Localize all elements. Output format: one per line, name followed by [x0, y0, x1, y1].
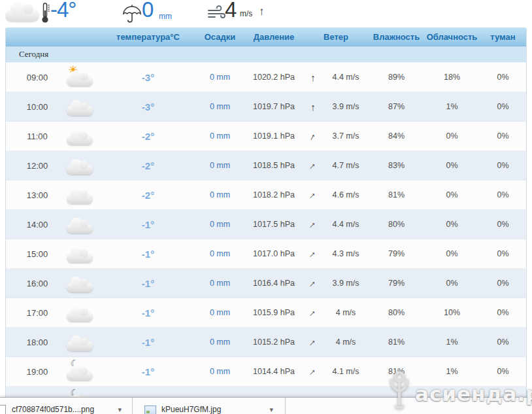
wind-speed-cell: 4.4 m/s: [323, 220, 369, 229]
wind-speed-cell: 3.9 m/s: [323, 102, 369, 111]
fog-cell: 0%: [480, 337, 526, 347]
pressure-cell: 1017.0 hPa: [244, 249, 303, 258]
time-cell: 10:00: [6, 102, 58, 112]
weather-icon-cell: [58, 184, 101, 206]
weather-icon-cell: [58, 243, 101, 265]
humidity-cell: 80%: [369, 220, 424, 229]
weather-icon: ☾: [65, 363, 95, 383]
wind-speed-cell: 3.9 m/s: [323, 279, 369, 288]
precipitation-cell: 0 mm: [195, 220, 244, 229]
pressure-cell: 1015.2 hPa: [244, 337, 303, 347]
cloud-icon: [67, 165, 93, 175]
wind-direction-cell: ↑: [303, 366, 323, 377]
time-cell: 17:00: [6, 308, 58, 318]
fog-cell: 0%: [480, 161, 526, 170]
cloud-icon: [67, 312, 93, 322]
precipitation-cell: 0 mm: [195, 249, 244, 258]
col-header-cloudiness: Облачность: [424, 32, 480, 42]
humidity-cell: 81%: [369, 367, 424, 376]
weather-icon-cell: ☀: [58, 66, 101, 88]
cloud-icon: [67, 194, 93, 204]
cloud-icon: [67, 283, 93, 292]
wind-direction-arrow-icon: ↑: [307, 248, 318, 259]
col-header-fog: туман: [480, 32, 526, 42]
weather-icon-cell: [58, 95, 101, 118]
pressure-cell: 1016.4 hPa: [244, 279, 303, 288]
pressure-cell: 1020.2 hPa: [244, 73, 303, 82]
wind-direction-arrow-icon: ↑: [307, 218, 318, 230]
download-item-2[interactable]: kPueuH7GfM.jpg ▾: [133, 398, 286, 414]
fog-cell: 0%: [480, 190, 526, 199]
table-row: 14:00 -1° 0 mm 1017.5 hPa ↑ 4.4 m/s 80% …: [6, 210, 526, 239]
cloud-icon: [67, 106, 93, 116]
temperature-cell: -2°: [101, 190, 195, 201]
col-header-humidity: Влажность: [369, 32, 424, 42]
time-cell: 15:00: [6, 249, 58, 259]
temperature-cell: -3°: [101, 101, 195, 112]
fog-cell: 0%: [480, 220, 526, 229]
download-item-1[interactable]: cf708874f0d571b....png ▾: [0, 398, 133, 414]
weather-icon-cell: ☾: [58, 360, 101, 383]
fog-cell: 0%: [480, 73, 526, 82]
table-row: 12:00 -2° 0 mm 1018.5 hPa ↑ 4.7 m/s 83% …: [6, 151, 526, 181]
weather-icon: [65, 334, 95, 353]
cloud-icon: [67, 135, 93, 145]
cloud-icon: [67, 77, 93, 86]
precipitation-cell: 0 mm: [195, 161, 244, 170]
pressure-cell: 1019.7 hPa: [244, 102, 303, 111]
fog-cell: 0%: [480, 102, 526, 111]
fog-cell: 0%: [480, 249, 526, 258]
humidity-cell: 83%: [369, 161, 424, 170]
temperature-cell: -1°: [101, 278, 195, 289]
wind-direction-cell: ↑: [303, 72, 323, 83]
temperature-cell: -1°: [101, 249, 195, 260]
weather-icon: ☀: [65, 69, 95, 88]
forecast-table: температура°C Осадки Давление Ветер Влаж…: [5, 27, 527, 414]
wind-direction-arrow-icon: ↑: [307, 189, 318, 200]
table-row: 18:00 -1° 0 mm 1015.2 hPa ↑ 4 m/s 81% 1%…: [6, 328, 526, 357]
table-row: 11:00 -2° 0 mm 1019.1 hPa ↑ 3.7 m/s 84% …: [6, 122, 526, 151]
table-body: 09:00 ☀ -3° 0 mm 1020.2 hPa ↑ 4.4 m/s 89…: [6, 63, 526, 414]
table-row: 10:00 -3° 0 mm 1019.7 hPa ↑ 3.9 m/s 87% …: [6, 92, 526, 122]
humidity-cell: 81%: [369, 337, 424, 347]
humidity-cell: 79%: [369, 279, 424, 288]
weather-icon: [65, 275, 95, 294]
temperature-cell: -1°: [101, 337, 195, 348]
humidity-cell: 79%: [369, 249, 424, 258]
humidity-cell: 84%: [369, 131, 424, 141]
time-cell: 19:00: [6, 367, 58, 377]
precipitation-cell: 0 mm: [195, 102, 244, 111]
current-temperature: -4°: [50, 0, 76, 22]
cloudiness-cell: 1%: [424, 367, 480, 376]
weather-icon-cell: [58, 125, 101, 147]
table-row: 13:00 -2° 0 mm 1018.2 hPa ↑ 4.6 m/s 81% …: [6, 181, 526, 210]
download-caret-icon[interactable]: ▾: [118, 405, 122, 414]
download-caret-icon[interactable]: ▾: [269, 405, 273, 414]
table-row: 17:00 -1° 0 mm 1015.9 hPa ↑ 4 m/s 80% 10…: [6, 298, 526, 328]
weather-icon: [65, 245, 95, 265]
time-cell: 11:00: [6, 131, 58, 141]
wind-direction-arrow-icon: ↑: [307, 160, 318, 171]
wind-direction-cell: ↑: [303, 219, 323, 230]
temperature-cell: -1°: [101, 219, 195, 230]
fog-cell: 0%: [480, 308, 526, 317]
cloudiness-cell: 10%: [424, 308, 480, 317]
wind-direction-arrow-icon: ↑: [307, 277, 318, 288]
wind-direction-arrow-icon: ↑: [307, 366, 318, 377]
cloud-icon: [67, 341, 93, 351]
weather-icon-cell: [58, 272, 101, 294]
wind-direction-arrow-icon: ↑: [307, 336, 318, 347]
fog-cell: 0%: [480, 131, 526, 141]
cloud-icon: [67, 371, 93, 381]
current-precipitation: 0: [142, 0, 153, 22]
cloudiness-cell: 0%: [424, 161, 480, 170]
cloudiness-cell: 1%: [424, 337, 480, 347]
weather-icon-cell: [58, 213, 101, 235]
cloud-icon: [5, 9, 39, 22]
table-row: 09:00 ☀ -3° 0 mm 1020.2 hPa ↑ 4.4 m/s 89…: [6, 63, 526, 92]
wind-direction-cell: ↑: [303, 278, 323, 289]
temperature-cell: -2°: [101, 131, 195, 142]
wind-speed-cell: 4 m/s: [323, 337, 369, 347]
precipitation-cell: 0 mm: [195, 131, 244, 141]
weather-icon: [65, 157, 95, 177]
